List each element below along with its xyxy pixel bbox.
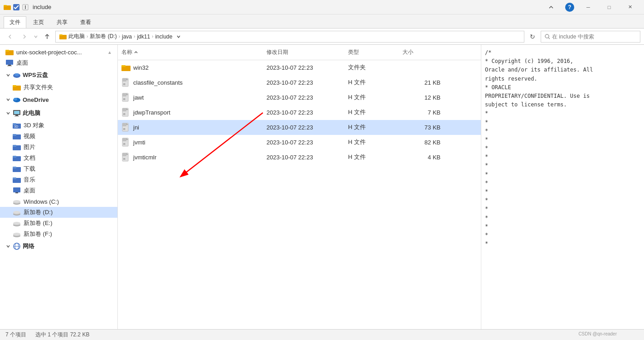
sidebar-item-drive-e[interactable]: 新加卷 (E:) bbox=[0, 218, 117, 229]
sidebar-item-thispc[interactable]: 此电脑 bbox=[0, 106, 117, 120]
table-row[interactable]: H jni 2023-10-07 22:23 H 文件 73 KB bbox=[118, 120, 481, 135]
preview-line: * bbox=[485, 231, 640, 239]
sidebar-item-network[interactable]: 网络 bbox=[0, 239, 117, 253]
preview-line: * bbox=[485, 179, 640, 187]
path-segment-java[interactable]: java bbox=[122, 34, 132, 40]
table-row[interactable]: H jdwpTransport 2023-10-07 22:23 H 文件 7 … bbox=[118, 105, 481, 120]
file-name: jawt bbox=[133, 94, 144, 101]
up-button[interactable] bbox=[41, 30, 53, 43]
forward-button[interactable] bbox=[18, 30, 31, 43]
minimize-button[interactable]: ─ bbox=[578, 0, 599, 14]
tab-home[interactable]: 主页 bbox=[27, 16, 50, 28]
svg-rect-30 bbox=[13, 145, 16, 147]
svg-rect-32 bbox=[13, 156, 16, 158]
svg-point-19 bbox=[14, 98, 17, 101]
file-name-cell: H jvmti bbox=[118, 137, 263, 148]
sidebar-item-3dobjects[interactable]: 3D 3D 对象 bbox=[0, 120, 117, 131]
sidebar-label: WPS云盘 bbox=[23, 71, 112, 79]
file-date-cell: 2023-10-07 22:23 bbox=[263, 138, 344, 147]
tab-file[interactable]: 文件 bbox=[4, 16, 26, 28]
nav-dropdown-button[interactable] bbox=[33, 30, 39, 43]
svg-rect-65 bbox=[122, 108, 126, 111]
sidebar-item-videos[interactable]: 视频 bbox=[0, 131, 117, 142]
svg-rect-34 bbox=[13, 167, 16, 168]
path-segment-d[interactable]: 新加卷 (D:) bbox=[90, 33, 116, 40]
table-row[interactable]: H jvmticmlr 2023-10-07 22:23 H 文件 4 KB bbox=[118, 150, 481, 165]
svg-rect-11 bbox=[6, 60, 13, 65]
sidebar-item-drive-f[interactable]: 新加卷 (F:) bbox=[0, 229, 117, 239]
search-input[interactable] bbox=[552, 34, 636, 40]
sidebar-drive-f-icon bbox=[13, 230, 21, 238]
main-content: unix-socket-project-coc... ▲ 桌面 WPS云盘 bbox=[0, 45, 644, 329]
sidebar-item-documents[interactable]: 文档 bbox=[0, 153, 117, 163]
svg-rect-57 bbox=[122, 78, 126, 81]
preview-line: * bbox=[485, 135, 640, 144]
preview-line: rights reserved. bbox=[485, 75, 640, 83]
path-segment-jdk11[interactable]: jdk11 bbox=[137, 34, 150, 40]
sidebar-label: 桌面 bbox=[16, 59, 112, 67]
title-bar-icons bbox=[4, 4, 29, 11]
sidebar-label: 此电脑 bbox=[23, 109, 112, 117]
folder-icon bbox=[121, 63, 131, 72]
sidebar-item-onedrive[interactable]: OneDrive bbox=[0, 93, 117, 106]
preview-line: * bbox=[485, 144, 640, 153]
col-header-name[interactable]: 名称 bbox=[118, 47, 263, 58]
svg-rect-69 bbox=[122, 123, 126, 126]
preview-line: /* bbox=[485, 48, 640, 57]
sidebar-network-icon bbox=[13, 242, 21, 250]
refresh-button[interactable]: ↻ bbox=[526, 30, 539, 43]
file-type-cell: H 文件 bbox=[344, 77, 399, 87]
table-row[interactable]: H jawt 2023-10-07 22:23 H 文件 12 KB bbox=[118, 90, 481, 105]
sidebar-item-desktop-top[interactable]: 桌面 bbox=[0, 57, 117, 68]
table-row[interactable]: H classfile_constants 2023-10-07 22:23 H… bbox=[118, 75, 481, 90]
sidebar-label: 新加卷 (D:) bbox=[24, 208, 112, 216]
file-size-cell: 73 KB bbox=[399, 123, 444, 132]
maximize-button[interactable]: □ bbox=[599, 0, 620, 14]
expand-ribbon-button[interactable] bbox=[541, 0, 562, 14]
sidebar-item-wps[interactable]: WPS云盘 bbox=[0, 68, 117, 82]
sidebar-item-shared[interactable]: 共享文件夹 bbox=[0, 82, 117, 93]
sidebar-label: OneDrive bbox=[23, 96, 112, 103]
sidebar-item-downloads[interactable]: 下载 bbox=[0, 163, 117, 174]
col-header-size[interactable]: 大小 bbox=[399, 47, 444, 58]
sidebar-item-unix-socket[interactable]: unix-socket-project-coc... ▲ bbox=[0, 47, 117, 57]
sidebar-item-drive-d[interactable]: 新加卷 (D:) bbox=[0, 207, 117, 218]
tab-share[interactable]: 共享 bbox=[51, 16, 73, 28]
path-dropdown-button[interactable] bbox=[174, 31, 183, 43]
sidebar-drive-e-icon bbox=[13, 219, 21, 227]
sidebar-item-pictures[interactable]: 图片 bbox=[0, 142, 117, 153]
col-header-type[interactable]: 类型 bbox=[344, 47, 399, 58]
table-row[interactable]: H jvmti 2023-10-07 22:23 H 文件 82 KB bbox=[118, 135, 481, 150]
preview-pane: /* * Copyright (c) 1996, 2016,Oracle and… bbox=[481, 45, 644, 329]
sidebar-label: 桌面 bbox=[24, 187, 112, 195]
address-bar: 此电脑 › 新加卷 (D:) › java › jdk11 › include … bbox=[0, 29, 644, 45]
file-size-cell bbox=[399, 67, 444, 68]
sidebar: unix-socket-project-coc... ▲ 桌面 WPS云盘 bbox=[0, 45, 118, 329]
sidebar-computer-icon bbox=[13, 109, 21, 117]
sidebar-label: 新加卷 (F:) bbox=[24, 230, 112, 238]
svg-rect-36 bbox=[13, 177, 16, 179]
search-box[interactable] bbox=[541, 31, 640, 43]
table-row[interactable]: win32 2023-10-07 22:23 文件夹 bbox=[118, 60, 481, 75]
col-header-date[interactable]: 修改日期 bbox=[263, 47, 344, 58]
svg-point-47 bbox=[13, 222, 20, 225]
expand-icon bbox=[5, 244, 11, 249]
help-button[interactable]: ? bbox=[565, 3, 574, 12]
svg-point-50 bbox=[13, 233, 20, 235]
path-segment-include[interactable]: include bbox=[155, 34, 172, 40]
back-button[interactable] bbox=[4, 30, 16, 43]
svg-text:3D: 3D bbox=[14, 125, 18, 128]
file-name-cell: H classfile_constants bbox=[118, 77, 263, 88]
sidebar-item-windows-c[interactable]: Windows (C:) bbox=[0, 196, 117, 207]
address-path[interactable]: 此电脑 › 新加卷 (D:) › java › jdk11 › include bbox=[55, 31, 524, 43]
sidebar-item-music[interactable]: 音乐 bbox=[0, 174, 117, 185]
sidebar-item-desktop[interactable]: 桌面 bbox=[0, 185, 117, 196]
sidebar-folder-icon bbox=[5, 48, 14, 56]
tab-view[interactable]: 查看 bbox=[74, 16, 97, 28]
file-name-cell: H jni bbox=[118, 122, 263, 133]
svg-rect-12 bbox=[8, 65, 11, 66]
preview-line: * bbox=[485, 214, 640, 222]
selected-items: 选中 1 个项目 72.2 KB bbox=[35, 331, 89, 339]
close-button[interactable]: ✕ bbox=[620, 0, 640, 14]
path-segment-computer[interactable]: 此电脑 bbox=[68, 33, 85, 40]
